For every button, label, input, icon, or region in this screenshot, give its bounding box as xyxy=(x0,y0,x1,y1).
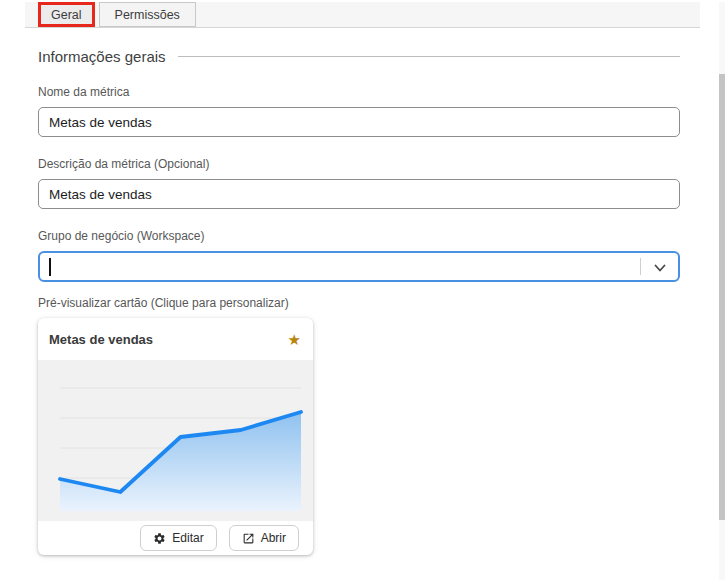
tab-geral[interactable]: Geral xyxy=(38,2,95,27)
card-preview-field: Pré-visualizar cartão (Clique para perso… xyxy=(38,296,680,555)
tab-permissoes[interactable]: Permissões xyxy=(99,2,196,27)
scrollbar-thumb[interactable] xyxy=(719,74,725,520)
text-caret xyxy=(49,258,51,276)
metric-description-label: Descrição da métrica (Opcional) xyxy=(38,157,680,171)
open-button[interactable]: Abrir xyxy=(229,525,299,551)
tab-permissoes-label: Permissões xyxy=(115,8,180,22)
workspace-combobox[interactable] xyxy=(38,251,680,282)
tab-strip: Geral Permissões xyxy=(25,2,700,28)
gear-icon xyxy=(153,532,166,545)
metric-line-chart xyxy=(38,360,313,521)
scrollbar[interactable] xyxy=(719,2,725,580)
card-footer: Editar Abrir xyxy=(38,521,313,555)
metric-card-preview[interactable]: Metas de vendas ★ Editar xyxy=(38,318,313,555)
metric-description-input[interactable] xyxy=(38,179,680,209)
metric-name-field: Nome da métrica xyxy=(38,85,680,137)
metric-name-input[interactable] xyxy=(38,107,680,137)
edit-button[interactable]: Editar xyxy=(140,525,216,551)
open-in-new-icon xyxy=(242,532,255,545)
card-chart xyxy=(38,360,313,521)
form-content: Informações gerais Nome da métrica Descr… xyxy=(0,48,725,555)
workspace-label: Grupo de negócio (Workspace) xyxy=(38,229,680,243)
card-preview-label: Pré-visualizar cartão (Clique para perso… xyxy=(38,296,680,310)
card-header: Metas de vendas ★ xyxy=(38,318,313,360)
metric-form-page: Geral Permissões Informações gerais Nome… xyxy=(0,2,725,580)
combobox-divider xyxy=(640,258,641,275)
section-divider xyxy=(178,56,680,57)
workspace-field: Grupo de negócio (Workspace) xyxy=(38,229,680,282)
metric-description-field: Descrição da métrica (Opcional) xyxy=(38,157,680,209)
tab-geral-label: Geral xyxy=(51,8,82,22)
section-title: Informações gerais xyxy=(38,48,166,65)
section-heading: Informações gerais xyxy=(38,48,680,65)
edit-button-label: Editar xyxy=(172,531,203,545)
card-title: Metas de vendas xyxy=(49,332,153,347)
star-icon[interactable]: ★ xyxy=(288,332,301,347)
open-button-label: Abrir xyxy=(261,531,286,545)
chevron-down-icon[interactable] xyxy=(653,261,667,275)
metric-name-label: Nome da métrica xyxy=(38,85,680,99)
